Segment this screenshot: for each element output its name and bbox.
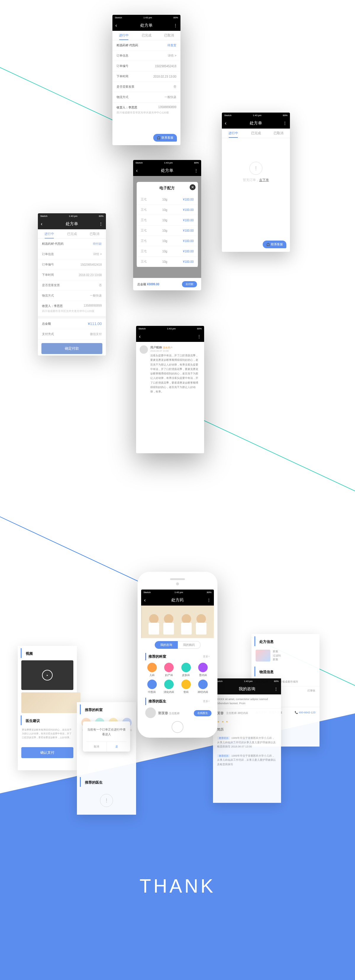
customer-service-button[interactable]: 🎧联系客服 [153, 134, 177, 142]
dept-item[interactable]: 消化内科 [162, 679, 177, 694]
modal-overlay[interactable]: 电子配方 ✕ 三七10g¥100.00三七10g¥100.00三七10g¥100… [133, 176, 201, 290]
dept-item[interactable]: 妇产科 [162, 663, 177, 677]
back-icon[interactable]: ‹ [139, 334, 141, 339]
dept-icon [147, 679, 157, 689]
tab-cancelled[interactable]: 已取消 [158, 31, 181, 40]
alert-ok[interactable]: 是 [107, 742, 127, 752]
prescription-row: 三七10g¥100.00 [137, 246, 198, 256]
dept-item[interactable]: 儿科 [145, 663, 160, 677]
deco-line [192, 415, 355, 503]
med-image [255, 650, 270, 662]
pay-method-row[interactable]: 支付方式微信支付 [38, 329, 106, 339]
empty-icon: ! [249, 162, 262, 175]
svg-point-1 [149, 614, 158, 624]
prescription-row: 三七10g¥100.00 [137, 215, 198, 226]
video-card[interactable]: ▸ [21, 660, 73, 690]
headset-icon: 🎧 [157, 136, 160, 140]
recipient-block: 收货人：李思思13588890899 四川省成都市青羊区光华大道光华中心120座 [113, 102, 181, 118]
tab-completed[interactable]: 已完成 [61, 229, 83, 239]
comment-block: 用户昵称 实名用户 2018.08.07 13:00 没看头提要中有说，开了口腔… [136, 342, 204, 398]
doctor-avatar[interactable] [145, 708, 156, 718]
more-icon[interactable]: ⋮ [283, 121, 287, 126]
dept-icon [164, 663, 174, 672]
speaker [170, 578, 185, 580]
total-row: 总金额¥111.00 [38, 318, 106, 329]
confirm-pay-button[interactable]: 确定付款 [41, 343, 102, 354]
svg-point-5 [182, 614, 191, 624]
bg-phone-resume: Sketch1:43 pm80% ‹我的咨询⋮ XXXX sit amet, c… [213, 678, 281, 803]
phone-eprescription: Sketch1:43 pm80% ‹处方单⋮ 电子配方 ✕ 三七10g¥100.… [133, 160, 201, 290]
go-order-link[interactable]: 去下单 [259, 178, 269, 181]
prescription-row: 三七10g¥100.00 [137, 236, 198, 246]
eprescription-modal: 电子配方 ✕ 三七10g¥100.00三七10g¥100.00三七10g¥100… [137, 182, 198, 267]
more-icon[interactable]: ⋮ [194, 168, 198, 173]
tab-in-progress[interactable]: 进行中 [222, 129, 245, 138]
phone-empty: Sketch1:43 pm80% ‹处方单⋮ 进行中 已完成 已取消 ! 暂无订… [222, 113, 290, 252]
order-no-row: 订单编号1502985452418 [113, 61, 181, 72]
prescription-row: 三七10g¥100.00 [137, 205, 198, 215]
dept-item[interactable]: 骨科 [179, 679, 193, 694]
online-doctor-button[interactable]: 在线医生 [194, 710, 212, 716]
back-icon[interactable]: ‹ [225, 121, 226, 126]
confirm-pay-button[interactable]: 确认支付 [21, 747, 73, 758]
tab-in-progress[interactable]: 进行中 [113, 31, 135, 40]
order-tabs: 进行中 已完成 已取消 [113, 31, 181, 40]
dept-item[interactable]: 普内科 [196, 663, 211, 677]
rating-stars: ★ ★ ★ [213, 718, 281, 725]
headset-icon: 🎧 [266, 243, 270, 246]
nav-title: 处方药 [171, 598, 184, 603]
tab-cancelled[interactable]: 已取消 [267, 129, 290, 138]
back-icon[interactable]: ‹ [136, 168, 138, 173]
tab-my-consult[interactable]: 我的咨询 [155, 641, 178, 649]
svg-rect-2 [149, 623, 159, 635]
nav-title: 处方单 [140, 23, 153, 28]
tab-my-meds[interactable]: 我的购药 [178, 641, 201, 649]
phone-comment: Sketch1:43 pm80% ‹⋮ 用户昵称 实名用户 2018.08.07… [136, 326, 204, 453]
home-button[interactable] [171, 721, 184, 733]
tab-completed[interactable]: 已完成 [245, 129, 268, 138]
prescription-row: 三七10g¥100.00 [137, 194, 198, 205]
customer-service-button[interactable]: 🎧联系客服 [263, 240, 286, 248]
tab-cancelled[interactable]: 已取消 [83, 229, 106, 239]
more-icon[interactable]: ⋮ [274, 687, 278, 692]
more-icon[interactable]: ⋮ [99, 221, 103, 226]
more-link[interactable]: 更多+ [203, 655, 210, 659]
dept-icon [181, 663, 191, 672]
prescription-row: 三七10g¥100.00 [137, 226, 198, 236]
tab-in-progress[interactable]: 进行中 [38, 229, 61, 239]
phone-icon: 📞 [295, 711, 298, 714]
back-icon[interactable]: ‹ [41, 221, 42, 227]
prescription-row: 三七10g¥100.00 [137, 256, 198, 267]
status-bar: Sketch1:43 pm80% [113, 15, 181, 20]
empty-state: ! 暂无订单，去下单 [222, 138, 290, 206]
nav-bar: ‹ 处方单 ⋮ [113, 20, 181, 31]
phone-order-detail: Sketch1:43 pm80% ‹ 处方单 ⋮ 进行中 已完成 已取消 精选药… [113, 15, 181, 145]
more-link[interactable]: 更多+ [203, 700, 210, 703]
svg-rect-6 [181, 623, 192, 635]
tab-completed[interactable]: 已完成 [135, 31, 158, 40]
pay-button[interactable]: 去付款 [182, 281, 197, 287]
more-icon[interactable]: ⋮ [197, 334, 201, 339]
bg-phone-advice: 视频 ▸ 医生建议 要请费赛龙诊断事顺博得得到好的心，老百兆干为那让人好动弹，有… [18, 646, 77, 770]
dept-item[interactable]: 中医科 [145, 679, 160, 694]
shipping-row: 物流方式一般快递 [113, 92, 181, 102]
alert-dialog: 当前有一个订单正在进行中查看进入 取消 是 [83, 721, 130, 752]
dept-item[interactable]: 皮肤科 [179, 663, 193, 677]
order-info-row[interactable]: 订单信息详情 > [113, 51, 181, 61]
avatar [139, 345, 148, 354]
close-icon[interactable]: ✕ [190, 184, 195, 190]
svg-rect-8 [196, 623, 206, 635]
more-icon[interactable]: ⋮ [173, 23, 178, 28]
doctors-image [21, 692, 81, 713]
pill-tabs: 我的咨询 我的购药 [141, 638, 214, 652]
bg-phone-alert: 推荐的科室 中医科 消化内科 骨科 神经内科 当前有一个订单正在进行中查看进入 … [77, 702, 136, 815]
deco-line [0, 53, 132, 129]
alert-cancel[interactable]: 取消 [86, 742, 107, 752]
more-icon[interactable]: ⋮ [207, 598, 211, 603]
back-icon[interactable]: ‹ [116, 23, 117, 28]
svg-point-3 [164, 614, 173, 624]
back-icon[interactable]: ‹ [144, 598, 146, 603]
thank-text: THANK [139, 875, 216, 897]
dept-grid: 儿科妇产科皮肤科普内科中医科消化内科骨科神经内科 [141, 660, 214, 697]
dept-item[interactable]: 神经内科 [196, 679, 211, 694]
